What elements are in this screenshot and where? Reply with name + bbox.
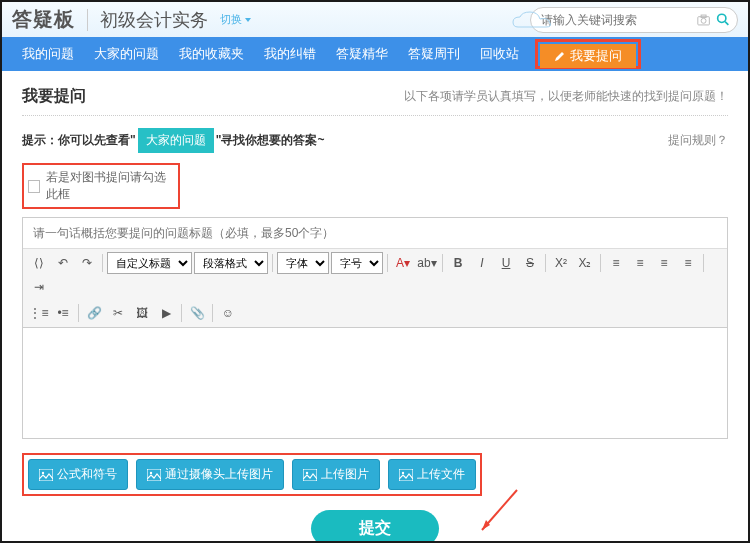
redo-icon[interactable]: ↷ — [76, 252, 98, 274]
picture-icon — [399, 469, 413, 481]
svg-line-4 — [725, 21, 728, 24]
hint-prefix: 提示：你可以先查看" — [22, 132, 136, 149]
svg-point-3 — [718, 14, 726, 22]
rules-link[interactable]: 提问规则？ — [668, 132, 728, 149]
editor-body[interactable] — [23, 328, 727, 438]
italic-icon[interactable]: I — [471, 252, 493, 274]
ordered-list-icon[interactable]: ⋮≡ — [28, 302, 50, 324]
svg-point-10 — [306, 471, 308, 473]
course-title: 初级会计实务 — [100, 8, 208, 32]
svg-rect-5 — [39, 469, 53, 481]
unordered-list-icon[interactable]: •≡ — [52, 302, 74, 324]
emoji-icon[interactable]: ☺ — [217, 302, 239, 324]
cloud-decoration — [508, 7, 568, 32]
file-upload-button[interactable]: 上传文件 — [388, 459, 476, 490]
superscript-icon[interactable]: X² — [550, 252, 572, 274]
bold-icon[interactable]: B — [447, 252, 469, 274]
align-justify-icon[interactable]: ≡ — [677, 252, 699, 274]
hint-tag[interactable]: 大家的问题 — [138, 128, 214, 153]
nav-recycle[interactable]: 回收站 — [470, 37, 529, 71]
picture-icon — [303, 469, 317, 481]
image-upload-button[interactable]: 上传图片 — [292, 459, 380, 490]
book-check-label: 若是对图书提问请勾选此框 — [46, 169, 174, 203]
svg-point-8 — [150, 471, 152, 473]
link-icon[interactable]: 🔗 — [83, 302, 105, 324]
page-title: 我要提问 — [22, 86, 86, 107]
source-icon[interactable]: ⟨⟩ — [28, 252, 50, 274]
divider — [87, 9, 88, 31]
nav-bar: 我的问题 大家的问题 我的收藏夹 我的纠错 答疑精华 答疑周刊 回收站 我要提问 — [2, 37, 748, 71]
picture-icon — [147, 469, 161, 481]
submit-row: 提交 — [22, 510, 728, 543]
hint-row: 提示：你可以先查看" 大家的问题 "寻找你想要的答案~ 提问规则？ — [22, 128, 728, 153]
unlink-icon[interactable]: ✂ — [107, 302, 129, 324]
hint-suffix: "寻找你想要的答案~ — [216, 132, 325, 149]
pencil-icon — [554, 50, 566, 62]
video-icon[interactable]: ▶ — [155, 302, 177, 324]
align-left-icon[interactable]: ≡ — [605, 252, 627, 274]
logo: 答疑板 — [12, 6, 75, 33]
nav-favorites[interactable]: 我的收藏夹 — [169, 37, 254, 71]
bg-color-icon[interactable]: ab▾ — [416, 252, 438, 274]
formula-button[interactable]: 公式和符号 — [28, 459, 128, 490]
custom-title-select[interactable]: 自定义标题 — [107, 252, 192, 274]
instruction: 以下各项请学员认真填写，以便老师能快速的找到提问原题！ — [404, 88, 728, 105]
upload-row-highlight: 公式和符号 通过摄像头上传图片 上传图片 上传文件 — [22, 453, 482, 496]
subscript-icon[interactable]: X₂ — [574, 252, 596, 274]
book-check-row: 若是对图书提问请勾选此框 — [26, 167, 176, 205]
editor: ⟨⟩ ↶ ↷ 自定义标题 段落格式 字体 字号 A▾ ab▾ B I U S X… — [22, 217, 728, 439]
question-title-input[interactable] — [23, 218, 727, 249]
nav-corrections[interactable]: 我的纠错 — [254, 37, 326, 71]
switch-link[interactable]: 切换 — [220, 12, 251, 27]
book-check-highlight: 若是对图书提问请勾选此框 — [22, 163, 180, 209]
svg-point-12 — [402, 471, 404, 473]
undo-icon[interactable]: ↶ — [52, 252, 74, 274]
nav-everyone-questions[interactable]: 大家的问题 — [84, 37, 169, 71]
svg-point-1 — [701, 18, 706, 23]
svg-rect-7 — [147, 469, 161, 481]
align-right-icon[interactable]: ≡ — [653, 252, 675, 274]
attach-icon[interactable]: 📎 — [186, 302, 208, 324]
image-icon[interactable]: 🖼 — [131, 302, 153, 324]
title-row: 我要提问 以下各项请学员认真填写，以便老师能快速的找到提问原题！ — [22, 86, 728, 116]
font-size-select[interactable]: 字号 — [331, 252, 383, 274]
indent-icon[interactable]: ⇥ — [28, 276, 50, 298]
content: 我要提问 以下各项请学员认真填写，以便老师能快速的找到提问原题！ 提示：你可以先… — [2, 71, 748, 543]
camera-icon[interactable] — [697, 13, 710, 27]
font-select[interactable]: 字体 — [277, 252, 329, 274]
upload-row: 公式和符号 通过摄像头上传图片 上传图片 上传文件 — [28, 459, 476, 490]
align-center-icon[interactable]: ≡ — [629, 252, 651, 274]
underline-icon[interactable]: U — [495, 252, 517, 274]
search-icon[interactable] — [716, 11, 731, 29]
svg-point-6 — [42, 471, 44, 473]
font-color-icon[interactable]: A▾ — [392, 252, 414, 274]
svg-rect-11 — [399, 469, 413, 481]
strike-icon[interactable]: S — [519, 252, 541, 274]
header: 答疑板 初级会计实务 切换 — [2, 2, 748, 37]
nav-weekly[interactable]: 答疑周刊 — [398, 37, 470, 71]
para-format-select[interactable]: 段落格式 — [194, 252, 268, 274]
camera-upload-button[interactable]: 通过摄像头上传图片 — [136, 459, 284, 490]
picture-icon — [39, 469, 53, 481]
submit-button[interactable]: 提交 — [311, 510, 439, 543]
editor-toolbar: ⟨⟩ ↶ ↷ 自定义标题 段落格式 字体 字号 A▾ ab▾ B I U S X… — [23, 249, 727, 328]
book-checkbox[interactable] — [28, 180, 40, 193]
ask-button[interactable]: 我要提问 — [540, 44, 636, 68]
ask-button-highlight: 我要提问 — [535, 39, 641, 69]
svg-rect-9 — [303, 469, 317, 481]
nav-my-questions[interactable]: 我的问题 — [12, 37, 84, 71]
caret-down-icon — [245, 18, 251, 22]
arrow-annotation — [472, 485, 522, 540]
nav-essence[interactable]: 答疑精华 — [326, 37, 398, 71]
